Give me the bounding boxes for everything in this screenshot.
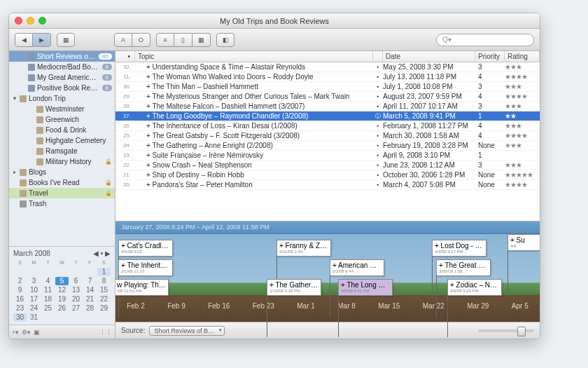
sidebar-item[interactable]: Highgate Cemetery	[9, 135, 115, 146]
table-row[interactable]: 26.+ The Inheritance of Loss – Kiran Des…	[115, 121, 540, 131]
calendar-day[interactable]: 18	[41, 295, 55, 304]
sidebar-resize[interactable]: ⋮⋮	[99, 329, 112, 336]
table-header[interactable]: • Topic Date Priority Rating	[115, 51, 540, 62]
calendar-day[interactable]: 1	[97, 268, 111, 276]
sidebar-item[interactable]: Positive Book Reviews6	[9, 83, 115, 93]
timeline-flag[interactable]: + The Long Goo…3/5/08 9:41 PM	[338, 279, 393, 296]
table-row[interactable]: 29.+ The Mysterious Stranger and Other C…	[115, 92, 540, 102]
sidebar-item[interactable]: Books I've Read🔒	[9, 177, 115, 188]
table-row[interactable]: 28.+ The Maltese Falcon – Dashiell Hamme…	[115, 102, 540, 111]
timeline-flag[interactable]: + The Inheritanc…2/1/08 11:27…	[118, 259, 173, 276]
calendar-day[interactable]: 2	[13, 277, 27, 285]
calendar-day[interactable]: 29	[97, 304, 111, 313]
nav-fwd-button[interactable]: ▶	[33, 33, 51, 47]
table-row[interactable]: 30.+ The Thin Man – Dashiell Hammett▪Jul…	[115, 82, 540, 92]
calendar-day[interactable]: 5	[55, 277, 69, 285]
sidebar-item[interactable]: Ramsgate	[9, 146, 115, 156]
gear-icon[interactable]: ⚙▾	[22, 329, 31, 336]
table-row[interactable]: 24.+ The Gathering – Anne Enright (2/200…	[115, 141, 540, 151]
calendar-day[interactable]: 6	[69, 277, 83, 285]
calendar-day[interactable]: 28	[83, 304, 97, 313]
table-row[interactable]: 20.+ Pandora's Star – Peter Hamilton▪Mar…	[115, 180, 540, 190]
table-row[interactable]: 31.+ The Woman Who Walked into Doors – R…	[115, 72, 540, 82]
folder-icon[interactable]: ▣	[34, 329, 40, 336]
calendar-day[interactable]: 30	[13, 313, 27, 322]
toolbar-action-button[interactable]: ◧	[216, 33, 234, 47]
timeline-flag[interactable]: + Lost Dog - Bill…4/3/08 9:27 PM…	[432, 240, 486, 257]
view-card-button[interactable]: ▯	[174, 33, 192, 47]
timeline-flag[interactable]: + The Great Gat…3/30/08 1:58…	[436, 259, 491, 276]
timeline-flag[interactable]: + Franny & Zooe…2/21/08 1:54…	[276, 240, 331, 257]
calendar-day[interactable]: 23	[13, 304, 27, 313]
table-row[interactable]: 21.+ Ship of Destiny – Robin Hobb▪Octobe…	[115, 170, 540, 180]
table-row[interactable]: 32.+ Understanding Space & Time – Alasta…	[115, 62, 540, 72]
table-row[interactable]: 25.+ The Great Gatsby – F. Scott Fitzger…	[115, 131, 540, 141]
calendar-day[interactable]: 25	[41, 304, 55, 313]
calendar-day[interactable]: 11	[41, 286, 55, 294]
table-row[interactable]: 23.+ Suite Française – Irène Némirovsky▪…	[115, 151, 540, 161]
calendar-day[interactable]: 26	[55, 304, 69, 313]
table-row[interactable]: 22.+ Snow Crash – Neal Stephenson▪June 2…	[115, 161, 540, 170]
sidebar-item[interactable]: ▸Blogs	[9, 167, 115, 177]
sidebar-item[interactable]: Military History🔒	[9, 156, 115, 167]
sidebar-item[interactable]: Short Reviews of Boo…45	[9, 51, 115, 62]
calendar-day[interactable]: 21	[83, 295, 97, 304]
calendar-title: March 2008	[13, 250, 50, 257]
timeline-flag[interactable]: + Cat's Cradle - …4/6/08 9:02 …	[118, 240, 173, 257]
nav-back-button[interactable]: ◀	[15, 33, 33, 47]
calendar-nav[interactable]: ◀ • ▶	[93, 250, 111, 257]
timeline-flag[interactable]: + American Gods…3/3/08 6:44 …	[330, 259, 384, 276]
calendar-day[interactable]: 13	[69, 286, 83, 294]
view-grid-button[interactable]: ▦	[192, 33, 211, 47]
calendar-day[interactable]: 9	[13, 286, 27, 294]
add-button[interactable]: +▾	[12, 329, 19, 336]
calendar-day[interactable]: 3	[27, 277, 41, 285]
view-list-button[interactable]: ≡	[156, 33, 174, 47]
toolbar-new-button[interactable]: ▦	[57, 33, 75, 47]
sidebar-item[interactable]: My Great American Novel6	[9, 72, 115, 83]
calendar-day[interactable]: 14	[83, 286, 97, 294]
toolbar: ◀ ▶ ▦ A O ≡ ▯ ▦ ◧ Q▾	[9, 29, 540, 51]
titlebar[interactable]: My Old Trips and Book Reviews	[9, 13, 540, 29]
sidebar-item[interactable]: ▼London Trip	[9, 93, 115, 104]
calendar-day[interactable]: 31	[27, 313, 41, 322]
sidebar-item[interactable]: Food & Drink	[9, 125, 115, 135]
axis-tick: Mar 15	[378, 302, 400, 312]
calendar-day[interactable]: 17	[27, 295, 41, 304]
sidebar-item[interactable]: Travel🔒	[9, 188, 115, 198]
calendar-day[interactable]: 8	[97, 277, 111, 285]
timeline-canvas[interactable]: Feb 2Feb 9Feb 16Feb 23Mar 1Mar 8Mar 15Ma…	[115, 234, 540, 322]
calendar-day[interactable]: 27	[69, 304, 83, 313]
timeline-flag[interactable]: + Su4/9	[507, 234, 540, 251]
col-priority[interactable]: Priority	[475, 51, 505, 62]
calendar-day[interactable]: 16	[13, 295, 27, 304]
sidebar-item[interactable]: Mediocre/Bad Book Re…6	[9, 62, 115, 72]
calendar-day[interactable]: 24	[27, 304, 41, 313]
calendar-day[interactable]: 22	[97, 295, 111, 304]
table-row[interactable]: 27.+ The Long Goodbye – Raymond Chandler…	[115, 111, 540, 121]
sidebar-item[interactable]: Greenwich	[9, 114, 115, 125]
calendar-day[interactable]: 19	[55, 295, 69, 304]
timeline-flag[interactable]: w Playing: Th…/08 11:52 AM	[115, 279, 169, 296]
zoom-slider[interactable]	[478, 329, 534, 332]
sidebar-item[interactable]: Trash	[9, 198, 115, 209]
calendar-day[interactable]: 12	[55, 286, 69, 294]
source-select[interactable]: Short Reviews of B…	[149, 326, 225, 336]
col-rating[interactable]: Rating	[505, 51, 540, 62]
calendar-day[interactable]: 7	[83, 277, 97, 285]
timeline-footer: Source: Short Reviews of B…	[115, 322, 540, 339]
calendar-day[interactable]: 15	[97, 286, 111, 294]
calendar-day[interactable]: 4	[41, 277, 55, 285]
col-topic[interactable]: Topic	[135, 51, 373, 62]
style-o-button[interactable]: O	[132, 33, 150, 47]
search-input[interactable]: Q▾	[436, 34, 534, 46]
style-a-button[interactable]: A	[114, 33, 132, 47]
sidebar-item[interactable]: Westminster	[9, 104, 115, 114]
col-date[interactable]: Date	[383, 51, 475, 62]
timeline-flag[interactable]: + The Gathering…2/19/08 3:28 PM	[267, 279, 321, 296]
col-number[interactable]: •	[115, 51, 135, 62]
calendar-day[interactable]: 20	[69, 295, 83, 304]
timeline-flag[interactable]: + Zodiac – Neal S…4/6/08 9:25 PM	[447, 279, 502, 296]
calendar[interactable]: March 2008 ◀ • ▶ SMTWTFS1234567891011121…	[9, 246, 115, 325]
calendar-day[interactable]: 10	[27, 286, 41, 294]
